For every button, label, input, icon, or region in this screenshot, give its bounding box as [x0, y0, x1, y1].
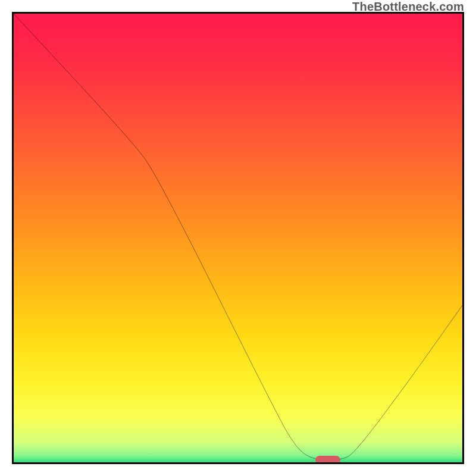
- chart-frame: [12, 12, 464, 464]
- optimal-point-marker: [315, 456, 340, 464]
- chart-curve: [14, 14, 462, 462]
- chart-container: TheBottleneck.com: [0, 0, 476, 476]
